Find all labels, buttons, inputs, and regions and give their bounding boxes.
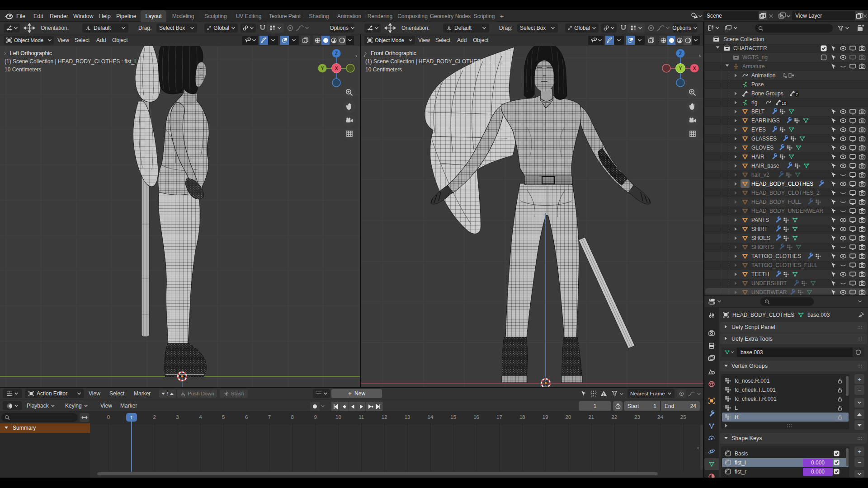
svg-text:Z: Z (679, 51, 682, 56)
svg-text:X: X (335, 66, 338, 71)
svg-text:Y: Y (321, 66, 324, 71)
svg-text:X: X (693, 66, 696, 71)
svg-text:Y: Y (679, 66, 682, 71)
svg-text:Z: Z (335, 51, 338, 56)
